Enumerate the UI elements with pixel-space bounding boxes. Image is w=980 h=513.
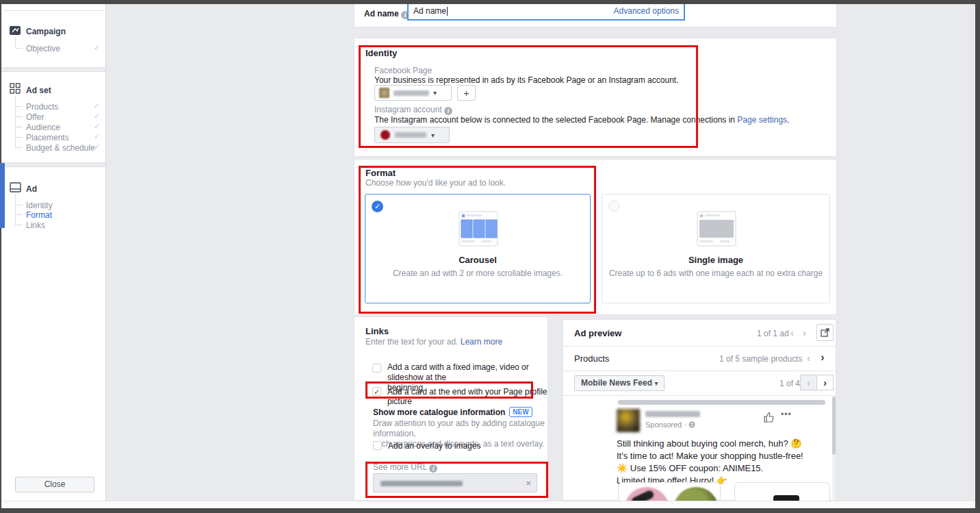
sidebar-adset-label: Ad set bbox=[26, 86, 51, 95]
page-settings-link[interactable]: Page settings bbox=[737, 115, 787, 125]
sidebar-item-audience[interactable]: Audience bbox=[26, 123, 60, 132]
divider bbox=[563, 395, 836, 396]
next-product-icon[interactable]: › bbox=[821, 353, 825, 362]
ad-count: 1 of 1 ad bbox=[757, 329, 789, 338]
ads-manager-window: Campaign Objective ✓ Ad set Products Off… bbox=[0, 0, 980, 513]
sidebar-ad-label: Ad bbox=[26, 184, 37, 194]
checkbox-overlay[interactable] bbox=[373, 441, 382, 450]
post-text-line: ☀️ Use 15% OFF coupon: ANIME15. bbox=[617, 462, 803, 475]
footer-strip bbox=[1, 501, 975, 508]
instagram-account-label: Instagram account i bbox=[374, 105, 452, 115]
next-page-button[interactable]: › bbox=[816, 375, 834, 390]
sidebar-item-placements[interactable]: Placements bbox=[26, 133, 69, 142]
window-border bbox=[0, 508, 980, 513]
check-icon: ✓ bbox=[94, 112, 100, 121]
info-icon[interactable]: i bbox=[444, 107, 452, 115]
format-option-single-image[interactable]: Single image Create up to 6 ads with one… bbox=[602, 194, 830, 303]
format-subtitle: Choose how you'd like your ad to look. bbox=[365, 178, 506, 188]
see-more-url-label: See more URL i bbox=[373, 462, 437, 473]
page-count: 1 of 4 bbox=[779, 379, 800, 388]
tree-line bbox=[15, 195, 16, 225]
close-button[interactable]: Close bbox=[15, 477, 94, 492]
facebook-page-dropdown[interactable]: ▾ bbox=[374, 85, 452, 101]
window-border bbox=[0, 0, 980, 4]
checkbox-end-card[interactable]: ✓ bbox=[372, 387, 381, 396]
post-menu-icon: ••• bbox=[781, 410, 792, 419]
chevron-down-icon: ▾ bbox=[433, 89, 437, 97]
external-link-icon bbox=[821, 328, 829, 337]
see-more-url-input[interactable]: × bbox=[373, 473, 537, 492]
instagram-avatar bbox=[381, 130, 390, 140]
tree-line bbox=[15, 214, 23, 215]
advanced-options-link[interactable]: Advanced options bbox=[614, 6, 679, 16]
prev-ad-icon[interactable]: ‹ bbox=[790, 329, 794, 337]
placement-dropdown[interactable]: Mobile News Feed ▾ bbox=[574, 375, 665, 391]
identity-section: Identity Facebook Page Your business is … bbox=[354, 38, 837, 157]
open-preview-button[interactable] bbox=[816, 324, 834, 341]
carousel-format-icon bbox=[459, 211, 498, 249]
preview-horizontal-scrollbar[interactable] bbox=[618, 400, 825, 405]
links-title: Links bbox=[365, 326, 389, 336]
sidebar-item-budget[interactable]: Budget & schedule bbox=[26, 143, 95, 153]
chevron-down-icon: ▾ bbox=[431, 132, 435, 139]
format-option-carousel[interactable]: ✓ Carousel Create an ad with 2 or more s… bbox=[365, 194, 591, 303]
globe-icon bbox=[688, 421, 695, 428]
tree-line bbox=[15, 116, 23, 117]
tree-line bbox=[15, 205, 23, 205]
facebook-page-label: Facebook Page bbox=[374, 66, 432, 75]
ad-preview-title: Ad preview bbox=[574, 328, 621, 338]
product-card bbox=[618, 482, 721, 502]
next-ad-icon[interactable]: › bbox=[803, 329, 806, 337]
tree-line bbox=[15, 225, 23, 225]
tree-line bbox=[15, 106, 23, 107]
divider bbox=[563, 346, 836, 347]
checkbox-overlay-label[interactable]: Add an overlay to images bbox=[388, 441, 480, 451]
ad-name-value: Ad name bbox=[413, 6, 446, 16]
single-image-name: Single image bbox=[602, 255, 829, 265]
add-page-button[interactable]: + bbox=[457, 85, 476, 101]
links-section: Links Enter the text for your ad. Learn … bbox=[354, 316, 548, 501]
facebook-page-avatar bbox=[379, 88, 389, 98]
check-icon: ✓ bbox=[94, 122, 100, 131]
tree-line bbox=[15, 147, 23, 148]
sidebar-item-offer[interactable]: Offer bbox=[26, 112, 44, 122]
sidebar-gap bbox=[1, 67, 105, 72]
ad-name-input[interactable]: Ad name Advanced options bbox=[407, 1, 685, 21]
info-icon[interactable]: i bbox=[429, 464, 437, 473]
checkbox-end-card-label[interactable]: Add a card at the end with your Page pro… bbox=[387, 387, 547, 406]
carousel-description: Create an ad with 2 or more scrollable i… bbox=[365, 268, 590, 278]
clear-url-icon[interactable]: × bbox=[526, 478, 531, 488]
unselected-radio bbox=[608, 201, 619, 212]
sidebar-item-identity[interactable]: Identity bbox=[26, 201, 53, 210]
prev-page-button[interactable]: ‹ bbox=[800, 375, 817, 390]
facebook-page-description: Your business is represented in ads by i… bbox=[374, 75, 678, 85]
tree-line bbox=[15, 127, 23, 127]
preview-vertical-scrollbar[interactable] bbox=[832, 397, 836, 501]
scrollbar-thumb[interactable] bbox=[832, 397, 836, 455]
check-icon: ✓ bbox=[94, 142, 100, 151]
url-value-blurred bbox=[381, 481, 463, 486]
prev-product-icon[interactable]: ‹ bbox=[807, 354, 810, 362]
post-text-line: Still thinking about buying cool merch, … bbox=[617, 438, 803, 450]
sidebar-campaign-label: Campaign bbox=[26, 27, 66, 36]
divider bbox=[563, 371, 836, 371]
ad-icon bbox=[10, 182, 21, 195]
tree-line bbox=[15, 37, 16, 48]
window-border bbox=[975, 0, 980, 513]
checkbox-fixed-card[interactable] bbox=[372, 364, 381, 373]
sidebar-item-format[interactable]: Format bbox=[26, 210, 52, 220]
instagram-account-dropdown[interactable]: ▾ bbox=[374, 127, 450, 143]
tree-line bbox=[15, 48, 23, 49]
sidebar-item-links[interactable]: Links bbox=[26, 221, 45, 230]
learn-more-link[interactable]: Learn more bbox=[461, 337, 502, 347]
ad-preview-section: Ad preview 1 of 1 ad ‹ › Products 1 of 5… bbox=[563, 319, 836, 501]
chevron-down-icon: ▾ bbox=[654, 379, 658, 387]
instagram-description: The Instagram account below is connected… bbox=[374, 115, 789, 125]
ad-set-icon bbox=[10, 83, 21, 97]
sidebar-item-products[interactable]: Products bbox=[26, 102, 58, 112]
identity-title: Identity bbox=[365, 48, 397, 58]
check-icon: ✓ bbox=[94, 132, 100, 141]
sidebar-item-objective[interactable]: Objective bbox=[26, 44, 60, 53]
ad-name-label: Ad name i bbox=[364, 9, 409, 19]
single-image-format-icon bbox=[697, 211, 736, 249]
